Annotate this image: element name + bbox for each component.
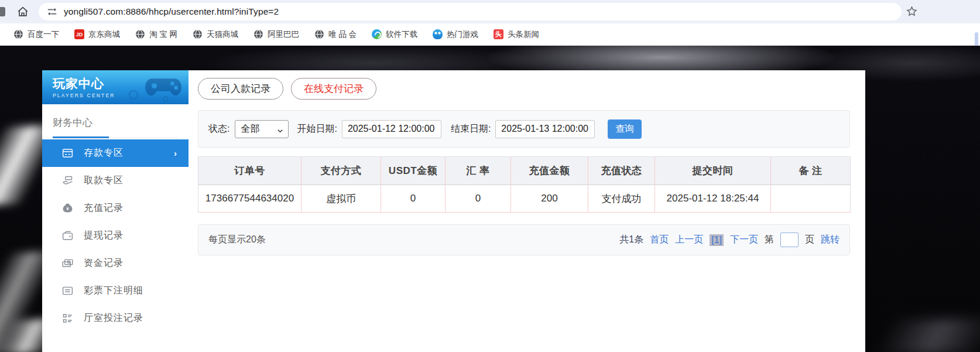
next-page-link[interactable]: 下一页 <box>730 234 758 246</box>
tab-online-payment-records[interactable]: 在线支付记录 <box>291 78 376 100</box>
per-page-label: 每页显示20条 <box>208 234 266 246</box>
main-content: 公司入款记录 在线支付记录 状态: 全部 开始日期: 结束日期: 查询 <box>189 70 865 352</box>
bookmark-label: 头条新闻 <box>508 29 539 40</box>
globe-favicon <box>314 29 324 39</box>
total-count-label: 共1条 <box>619 234 643 246</box>
bookmark-label: 唯 品 会 <box>328 29 357 40</box>
col-usdt-amount: USDT金额 <box>381 157 446 185</box>
status-select-value: 全部 <box>241 123 259 135</box>
cell-exchange-rate: 0 <box>446 185 511 213</box>
list-bullets-icon <box>61 312 74 324</box>
cell-recharge-status: 支付成功 <box>588 185 655 213</box>
bookmark-vip[interactable]: 唯 品 会 <box>307 26 364 43</box>
sidebar-item-label: 充值记录 <box>84 202 124 214</box>
record-tabs: 公司入款记录 在线支付记录 <box>198 78 376 100</box>
sidebar-item-label: 提现记录 <box>84 230 124 242</box>
globe-favicon <box>193 29 203 39</box>
address-bar[interactable]: yongli507.com:8886/hhcp/usercenter.html?… <box>39 3 902 20</box>
sidebar-header: 玩家中心 PLAYERS CENTER <box>42 70 189 104</box>
bookmarks-bar: 百度一下 JD 京东商城 淘 宝 网 天猫商城 阿里巴巴 唯 品 会 软件下载 <box>0 23 980 46</box>
chevron-right-icon: › <box>174 148 177 158</box>
gamepad-icon <box>144 75 183 101</box>
query-button[interactable]: 查询 <box>608 119 642 139</box>
payment-records-table: 订单号 支付方式 USDT金额 汇 率 充值金额 充值状态 提交时间 备 注 1… <box>198 156 851 213</box>
bookmark-tmall[interactable]: 天猫商城 <box>185 26 246 43</box>
page-jump-input[interactable] <box>780 233 799 247</box>
status-label: 状态: <box>208 123 229 135</box>
status-select[interactable]: 全部 <box>235 120 289 138</box>
bookmark-label: 热门游戏 <box>447 29 478 40</box>
withdraw-hand-icon <box>61 175 74 187</box>
toutiao-favicon: 头 <box>494 29 503 39</box>
sidebar-item-funds-records[interactable]: 资金记录 <box>42 250 189 277</box>
bookmark-label: 软件下载 <box>386 29 417 40</box>
wallet-icon <box>61 230 74 242</box>
game-favicon <box>433 29 443 39</box>
sidebar-item-lottery-detail[interactable]: 彩票下注明细 <box>42 277 189 305</box>
globe-favicon <box>253 29 263 39</box>
cell-recharge-amount: 200 <box>511 185 588 213</box>
sidebar-section: 财务中心 <box>42 104 189 138</box>
cell-pay-method: 虚拟币 <box>301 185 381 213</box>
filter-bar: 状态: 全部 开始日期: 结束日期: 查询 <box>198 110 850 148</box>
pagination-controls: 共1条 首页 上一页 [1] 下一页 第 页 跳转 <box>619 233 839 247</box>
sidebar-item-withdrawal-records[interactable]: 提现记录 <box>42 222 189 250</box>
screen: yongli507.com:8886/hhcp/usercenter.html?… <box>0 0 980 352</box>
site-info-icon[interactable] <box>47 6 57 17</box>
bookmark-software[interactable]: 软件下载 <box>364 26 425 43</box>
page-prefix-label: 第 <box>765 234 774 246</box>
sidebar-item-deposit[interactable]: 存款专区 › <box>42 139 189 167</box>
jump-link[interactable]: 跳转 <box>821 234 839 246</box>
scrollbar-nub[interactable] <box>975 32 978 46</box>
money-bag-icon: ¥ <box>61 202 74 214</box>
bookmark-label: 京东商城 <box>88 29 120 40</box>
sidebar: 玩家中心 PLAYERS CENTER 财务中心 存款专区 › <box>42 70 189 352</box>
url-text[interactable]: yongli507.com:8886/hhcp/usercenter.html?… <box>64 6 279 17</box>
page-suffix-label: 页 <box>805 234 814 246</box>
bookmark-star-icon[interactable] <box>906 5 918 18</box>
col-recharge-status: 充值状态 <box>588 157 655 185</box>
deposit-card-icon <box>61 147 74 159</box>
sidebar-menu: 存款专区 › 取款专区 ¥ 充值记录 提现记录 资金记录 <box>42 139 189 332</box>
chevron-down-icon <box>277 126 283 132</box>
cell-order-no: 1736677544634020 <box>198 185 301 213</box>
sidebar-item-recharge-records[interactable]: ¥ 充值记录 <box>42 194 189 222</box>
prev-page-link[interactable]: 上一页 <box>675 234 703 246</box>
bookmark-jd[interactable]: JD 京东商城 <box>67 26 128 43</box>
current-page-indicator[interactable]: [1] <box>710 234 724 246</box>
end-date-input[interactable] <box>495 120 595 138</box>
bookmark-toutiao[interactable]: 头 头条新闻 <box>486 26 547 43</box>
bookmark-label: 淘 宝 网 <box>149 29 177 40</box>
end-date-label: 结束日期: <box>451 123 491 135</box>
pagination-bar: 每页显示20条 共1条 首页 上一页 [1] 下一页 第 页 跳转 <box>198 224 850 255</box>
start-date-label: 开始日期: <box>297 123 337 135</box>
bookmark-taobao[interactable]: 淘 宝 网 <box>128 26 185 43</box>
tab-company-deposit-records[interactable]: 公司入款记录 <box>198 78 283 100</box>
bookmark-games[interactable]: 热门游戏 <box>425 26 486 43</box>
col-submit-time: 提交时间 <box>655 157 771 185</box>
first-page-link[interactable]: 首页 <box>650 234 669 246</box>
bookmark-baidu[interactable]: 百度一下 <box>6 26 67 43</box>
sidebar-item-withdraw[interactable]: 取款专区 <box>42 167 189 194</box>
decor-circle <box>129 90 138 100</box>
section-divider <box>53 138 178 138</box>
start-date-input[interactable] <box>342 120 441 138</box>
table-header-row: 订单号 支付方式 USDT金额 汇 率 充值金额 充值状态 提交时间 备 注 <box>198 157 851 185</box>
sidebar-item-label: 彩票下注明细 <box>84 285 143 297</box>
browser-toolbar: yongli507.com:8886/hhcp/usercenter.html?… <box>0 0 980 23</box>
background-streak <box>866 319 980 352</box>
home-icon[interactable] <box>16 5 29 18</box>
sidebar-item-hall-bets[interactable]: 厅室投注记录 <box>42 305 189 332</box>
globe-favicon <box>13 29 23 39</box>
finance-center-label: 财务中心 <box>53 116 178 129</box>
cell-remark <box>771 185 851 213</box>
col-remark: 备 注 <box>771 157 851 185</box>
sidebar-item-label: 资金记录 <box>84 257 124 269</box>
list-card-icon <box>61 285 74 297</box>
banknotes-icon <box>61 257 74 269</box>
bookmark-label: 阿里巴巴 <box>268 29 299 40</box>
cell-usdt-amount: 0 <box>381 185 446 213</box>
cell-submit-time: 2025-01-12 18:25:44 <box>655 185 771 213</box>
bookmark-alibaba[interactable]: 阿里巴巴 <box>246 26 307 43</box>
software-favicon <box>372 29 382 39</box>
